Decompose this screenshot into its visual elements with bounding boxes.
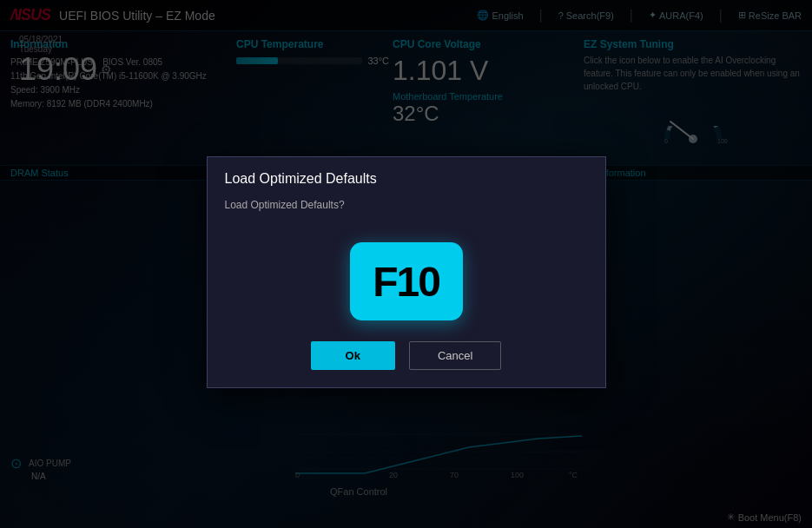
ok-button[interactable]: Ok <box>311 341 395 370</box>
modal-title: Load Optimized Defaults <box>225 171 588 187</box>
f10-container: F10 <box>208 225 605 341</box>
f10-label: F10 <box>373 258 439 306</box>
modal-overlay: Load Optimized Defaults Load Optimized D… <box>0 0 812 528</box>
cancel-button[interactable]: Cancel <box>409 341 501 370</box>
modal-footer: Ok Cancel <box>208 341 605 387</box>
f10-key: F10 <box>350 242 463 320</box>
modal-question: Load Optimized Defaults? <box>225 199 588 211</box>
modal-dialog: Load Optimized Defaults Load Optimized D… <box>207 156 606 388</box>
modal-header: Load Optimized Defaults <box>208 157 605 195</box>
modal-body: Load Optimized Defaults? <box>208 195 605 225</box>
